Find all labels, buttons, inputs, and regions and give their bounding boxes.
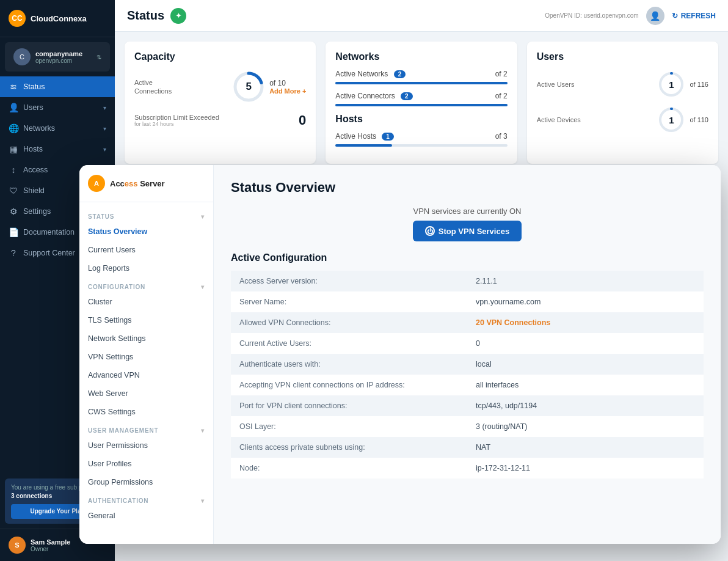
cc-logo-text: CloudConnexa (31, 14, 87, 23)
cc-header: Status ✦ OpenVPN ID: userid.openvpn.com … (115, 0, 728, 32)
chevron-down-icon: ▾ (103, 105, 106, 111)
stop-vpn-button[interactable]: ⏻ Stop VPN Services (413, 221, 522, 241)
as-nav-network-settings[interactable]: Network Settings (79, 329, 213, 348)
chevron-down-icon[interactable]: ▾ (201, 497, 205, 504)
config-label: Clients access private subnets using: (231, 437, 467, 458)
networks-title: Networks (335, 51, 507, 62)
config-value: 3 (routing/NAT) (467, 416, 704, 437)
chevron-down-icon[interactable]: ▾ (201, 284, 205, 290)
chevron-down-icon: ▾ (103, 125, 106, 132)
config-label: Access Server version: (231, 271, 467, 292)
active-devices-donut: 1 (657, 105, 686, 134)
table-row: Node:ip-172-31-12-11 (231, 458, 704, 479)
as-nav-user-profiles[interactable]: User Profiles (79, 455, 213, 473)
active-networks-of: of 2 (495, 70, 508, 78)
sidebar-item-status[interactable]: ≋ Status (0, 76, 115, 97)
power-icon: ⏻ (425, 226, 435, 236)
config-value: 2.11.1 (467, 271, 704, 292)
page-title: Status (127, 9, 164, 23)
as-nav-status-overview[interactable]: Status Overview (79, 222, 213, 241)
capacity-card: Capacity ActiveConnections 5 of 10 Add M… (125, 42, 316, 164)
as-nav-web-server[interactable]: Web Server (79, 384, 213, 403)
shield-icon: 🛡 (9, 186, 18, 196)
docs-icon: 📄 (9, 227, 18, 237)
active-users-of: of 116 (690, 81, 708, 88)
users-card: Users Active Users 1 of 116 Active Devic… (527, 42, 718, 164)
table-row: Authenticate users with:local (231, 354, 704, 375)
table-row: Access Server version:2.11.1 (231, 271, 704, 292)
active-hosts-of: of 3 (495, 132, 508, 141)
as-nav-user-permissions[interactable]: User Permissions (79, 436, 213, 455)
active-config-title: Active Configuration (231, 252, 704, 263)
capacity-donut-chart: 5 (231, 70, 266, 104)
user-account-icon[interactable]: 👤 (646, 7, 664, 25)
sidebar-item-label: Users (23, 103, 98, 112)
as-nav-vpn-settings[interactable]: VPN Settings (79, 348, 213, 366)
chevron-down-icon: ⇅ (96, 54, 101, 61)
active-hosts-bar (335, 144, 507, 147)
active-connectors-bar (335, 104, 507, 106)
as-nav-tls-settings[interactable]: TLS Settings (79, 311, 213, 329)
chevron-down-icon[interactable]: ▾ (201, 213, 205, 220)
cc-logo-icon: CC (9, 10, 26, 27)
as-logo: A Access Server (79, 165, 213, 202)
capacity-of-value: of 10 (269, 79, 306, 87)
active-connectors-of: of 2 (495, 92, 508, 100)
config-label: Server Name: (231, 292, 467, 312)
config-value: NAT (467, 437, 704, 458)
active-devices-of: of 110 (690, 116, 708, 123)
config-label: Node: (231, 458, 467, 479)
sidebar-item-users[interactable]: 👤 Users ▾ (0, 97, 115, 118)
as-sidebar: A Access Server STATUS ▾ Status Overview… (79, 165, 214, 544)
as-main: Status Overview VPN services are current… (214, 165, 721, 544)
table-row: OSI Layer:3 (routing/NAT) (231, 416, 704, 437)
active-users-donut: 1 (657, 70, 686, 99)
as-nav-general[interactable]: General (79, 507, 213, 525)
active-users-value: 1 (669, 79, 674, 90)
table-row: Server Name:vpn.yourname.com (231, 292, 704, 312)
authentication-section-label: AUTHENTICATION (88, 497, 148, 504)
chevron-down-icon[interactable]: ▾ (201, 427, 205, 434)
sidebar-item-label: Hosts (23, 145, 98, 153)
active-hosts-label: Active Hosts 1 (335, 132, 394, 141)
cc-account-switcher[interactable]: C companyname openvpn.com ⇅ (5, 42, 110, 72)
vpn-status-text: VPN services are currently ON (231, 207, 704, 216)
config-value: 0 (467, 333, 704, 354)
status-icon: ≋ (9, 82, 18, 92)
config-value: tcp/443, udp/1194 (467, 395, 704, 416)
exceeded-value: 0 (299, 112, 306, 128)
as-nav-log-reports[interactable]: Log Reports (79, 259, 213, 277)
users-icon: 👤 (9, 103, 18, 112)
active-devices-value: 1 (669, 115, 674, 125)
as-nav-group-permissions[interactable]: Group Permissions (79, 473, 213, 491)
settings-icon: ⚙ (9, 207, 18, 216)
sidebar-item-networks[interactable]: 🌐 Networks ▾ (0, 118, 115, 139)
config-label: Accepting VPN client connections on IP a… (231, 375, 467, 395)
as-section-configuration: CONFIGURATION ▾ (79, 277, 213, 293)
hosts-title: Hosts (335, 114, 507, 125)
networks-card: Networks Active Networks 2 of 2 Active C… (326, 42, 517, 164)
shield-status-icon: ✦ (170, 8, 186, 24)
user-management-section-label: USER MANAGEMENT (88, 427, 158, 434)
active-networks-bar (335, 82, 507, 84)
table-row: Current Active Users:0 (231, 333, 704, 354)
config-label: OSI Layer: (231, 416, 467, 437)
as-nav-cws-settings[interactable]: CWS Settings (79, 403, 213, 421)
add-more-button[interactable]: Add More + (269, 87, 306, 95)
as-nav-current-users[interactable]: Current Users (79, 241, 213, 259)
avatar: S (9, 537, 26, 554)
users-title: Users (537, 51, 708, 62)
config-label: Port for VPN client connections: (231, 395, 467, 416)
as-logo-icon: A (88, 175, 105, 192)
active-connectors-label: Active Connectors 2 (335, 92, 412, 100)
status-section-label: STATUS (88, 213, 114, 220)
config-value: 20 VPN Connections (467, 312, 704, 333)
as-nav-cluster[interactable]: Cluster (79, 293, 213, 311)
status-grid: Capacity ActiveConnections 5 of 10 Add M… (115, 32, 728, 174)
active-connections-label: ActiveConnections (134, 78, 172, 96)
sidebar-item-hosts[interactable]: ▦ Hosts ▾ (0, 139, 115, 160)
refresh-button[interactable]: ↻ REFRESH (672, 12, 716, 20)
support-icon: ? (9, 248, 18, 258)
account-name: companyname (35, 50, 92, 57)
as-nav-advanced-vpn[interactable]: Advanced VPN (79, 366, 213, 384)
